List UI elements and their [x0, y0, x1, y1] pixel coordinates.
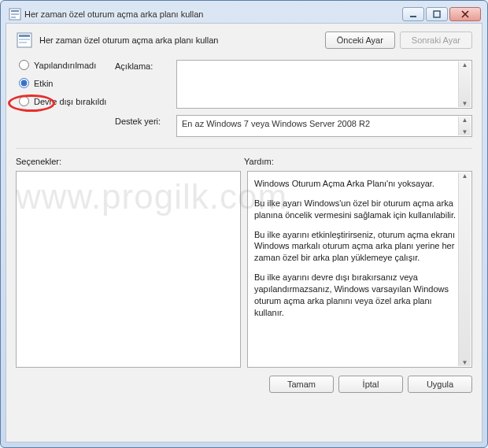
supported-label: Destek yeri:	[115, 115, 172, 137]
scrollbar[interactable]: ▲▼	[458, 172, 471, 366]
svg-rect-1	[11, 10, 19, 12]
next-setting-button: Sonraki Ayar	[400, 31, 472, 49]
svg-rect-2	[11, 13, 19, 15]
radio-not-configured-input[interactable]	[19, 60, 29, 70]
svg-rect-4	[410, 16, 416, 17]
options-pane	[16, 171, 241, 368]
radio-not-configured-label: Yapılandırılmadı	[34, 61, 96, 70]
separator	[16, 148, 472, 149]
radio-not-configured[interactable]: Yapılandırılmadı	[19, 60, 110, 70]
help-paragraph: Bu ilke ayarı Windows'un özel bir oturum…	[254, 198, 457, 221]
supported-textbox: En az Windows 7 veya Windows Server 2008…	[176, 115, 472, 137]
svg-rect-7	[19, 35, 30, 37]
maximize-button[interactable]	[426, 7, 448, 21]
minimize-button[interactable]	[402, 7, 424, 21]
ok-button[interactable]: Tamam	[269, 376, 334, 393]
policy-icon	[9, 8, 21, 20]
radio-enabled-input[interactable]	[19, 78, 29, 88]
previous-setting-button[interactable]: Önceki Ayar	[325, 31, 395, 49]
apply-button[interactable]: Uygula	[408, 376, 472, 393]
help-paragraph: Windows Oturum Açma Arka Planı'nı yoksay…	[254, 178, 457, 190]
radio-disabled[interactable]: Devre dışı bırakıldı	[19, 96, 110, 106]
cancel-button[interactable]: İptal	[338, 376, 403, 393]
supported-text: En az Windows 7 veya Windows Server 2008…	[182, 119, 370, 128]
policy-title: Her zaman özel oturum açma arka planı ku…	[39, 35, 325, 45]
radio-enabled[interactable]: Etkin	[19, 78, 110, 88]
help-label: Yardım:	[244, 157, 472, 166]
svg-rect-9	[19, 42, 27, 43]
radio-enabled-label: Etkin	[34, 79, 53, 88]
svg-rect-5	[434, 11, 440, 17]
window-title: Her zaman özel oturum açma arka planı ku…	[24, 9, 402, 19]
description-textbox[interactable]: ▲▼	[176, 60, 472, 109]
scrollbar[interactable]: ▲▼	[458, 117, 471, 135]
titlebar[interactable]: Her zaman özel oturum açma arka planı ku…	[6, 6, 482, 23]
scrollbar[interactable]: ▲▼	[458, 61, 471, 107]
radio-disabled-input[interactable]	[19, 96, 29, 106]
options-label: Seçenekler:	[16, 157, 244, 166]
help-paragraph: Bu ilke ayarını devre dışı bırakırsanız …	[254, 272, 457, 318]
help-paragraph: Bu ilke ayarını etkinleştirirseniz, otur…	[254, 229, 457, 265]
radio-disabled-label: Devre dışı bırakıldı	[34, 97, 106, 106]
help-pane: Windows Oturum Açma Arka Planı'nı yoksay…	[247, 171, 472, 368]
svg-rect-3	[11, 17, 16, 18]
svg-rect-8	[19, 39, 30, 40]
description-label: Açıklama:	[115, 60, 172, 109]
policy-icon	[16, 31, 33, 49]
close-button[interactable]	[449, 7, 481, 21]
